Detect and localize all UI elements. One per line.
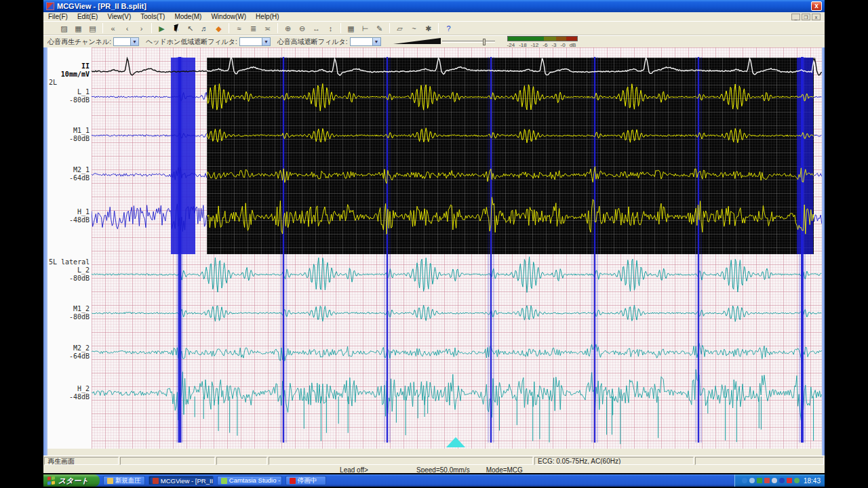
window-title: MCGView - [PR_II B.split]	[57, 2, 146, 10]
start-button-label: スタート	[58, 476, 89, 486]
task-recorder[interactable]: 停画中	[285, 476, 326, 485]
tray-display-icon[interactable]	[764, 478, 770, 483]
menu-help[interactable]: Help(H)	[251, 13, 283, 20]
pointer-icon[interactable]: ↖	[184, 22, 197, 34]
toolbar-separator	[389, 23, 390, 33]
help-icon[interactable]: ?	[442, 22, 455, 34]
settings-icon[interactable]: ✱	[422, 22, 435, 34]
toolbar-separator	[340, 23, 341, 33]
status-cell-empty	[269, 457, 533, 465]
channel-gain-H_1: -48dB	[69, 216, 90, 224]
ecg-lead-label: II	[81, 62, 90, 70]
channel-label-M2_1: M2_1	[73, 166, 90, 174]
desktop: MCGView - [PR_II B.split] x File(F)Edit(…	[43, 0, 825, 488]
audio-toolbar: 心音再生チャンネル: ▼ ヘッドホン低域遮断フィルタ: ▼ 心音高域遮断フィルタ…	[43, 35, 825, 47]
tray-alert-icon[interactable]	[787, 478, 792, 483]
task-label: 停画中	[298, 476, 317, 485]
volume-slider-thumb[interactable]	[483, 39, 486, 45]
menu-edit[interactable]: Edit(E)	[73, 13, 103, 20]
channel-label-M2_2: M2_2	[73, 344, 90, 352]
close-button[interactable]: x	[811, 1, 822, 11]
step-forward-icon[interactable]: ›	[135, 22, 148, 34]
windows-logo-icon	[47, 476, 56, 485]
wave-overlay-icon[interactable]: ≍	[261, 22, 274, 34]
start-button[interactable]: スタート	[43, 474, 100, 487]
channel-label-gutter: II10mm/mV2LL_1-80dBM1_1-80dBM2_1-64dBH_1…	[47, 47, 92, 449]
task-label: Camtasia Studio - 名...	[229, 476, 282, 485]
status-bar-upper: 再生画面 ECG: 0.05-75Hz, AC(60Hz)	[43, 455, 825, 465]
toolbar-separator	[229, 23, 229, 33]
task-label: 新規血圧	[115, 476, 141, 485]
menu-window[interactable]: Window(W)	[206, 13, 251, 20]
zoom-in-icon[interactable]: ⊕	[281, 22, 294, 34]
volume-slider[interactable]	[442, 41, 495, 43]
measure-icon[interactable]: ⊢	[359, 22, 372, 34]
tray-shield-icon[interactable]	[794, 478, 800, 483]
status-cell-empty	[216, 457, 267, 465]
mdi-window-controls: _ ❐ x	[791, 14, 821, 20]
report-icon[interactable]: ▱	[393, 22, 406, 34]
window-right-border	[822, 47, 825, 455]
tray-network-icon[interactable]	[742, 478, 747, 483]
menu-bar: File(F)Edit(E)View(V)Tools(T)Mode(M)Wind…	[43, 12, 825, 21]
tray-update-icon[interactable]	[757, 478, 762, 483]
menu-file[interactable]: File(F)	[43, 13, 73, 20]
menu-tools[interactable]: Tools(T)	[136, 13, 170, 20]
taskbar: スタート 新規血圧MCGView - [PR_II...Camtasia Stu…	[43, 474, 825, 487]
mdi-restore-button[interactable]: ❐	[802, 14, 810, 20]
save-icon[interactable]: ▦	[72, 22, 85, 34]
chevron-down-icon: ▼	[130, 38, 138, 45]
channel-label-H_2: H_2	[77, 385, 90, 393]
annotate-icon[interactable]: ✎	[373, 22, 386, 34]
chevron-down-icon: ▼	[372, 38, 380, 45]
playback-channel-select[interactable]: ▼	[113, 37, 139, 46]
channel-label-H_1: H_1	[77, 208, 90, 216]
channel-label-M1_1: M1_1	[73, 127, 90, 135]
headphone-lowcut-select[interactable]: ▼	[239, 37, 271, 46]
tray-device-icon[interactable]	[779, 478, 785, 483]
playback-channel-label: 心音再生チャンネル:	[47, 37, 111, 47]
headphone-lowcut-label: ヘッドホン低域遮断フィルタ:	[146, 37, 237, 47]
status-cell-empty	[695, 457, 824, 465]
waveform-client-area: II10mm/mV2LL_1-80dBM1_1-80dBM2_1-64dBH_1…	[43, 47, 825, 455]
step-back-icon[interactable]: ‹	[121, 22, 134, 34]
channel-gain-M2_2: -64dB	[69, 352, 90, 361]
tray-language-icon[interactable]	[772, 478, 777, 483]
volume-wedge-icon	[393, 38, 441, 44]
channel-label-L_2: L_2	[77, 266, 90, 274]
level-meter-group: -24-18-12-6-3-0dB	[507, 36, 578, 48]
task-folder[interactable]: 新規血圧	[103, 476, 145, 485]
audio-level-meter	[507, 36, 578, 41]
grid-icon[interactable]: ▦	[344, 22, 357, 34]
wave-single-icon[interactable]: ≈	[233, 22, 245, 34]
fit-vertical-icon[interactable]: ↕	[324, 22, 337, 34]
channel-gain-M2_1: -64dB	[69, 174, 90, 182]
print-icon[interactable]: ▤	[86, 22, 99, 34]
mdi-minimize-button[interactable]: _	[791, 14, 800, 20]
menu-view[interactable]: View(V)	[102, 13, 136, 20]
mode-status: Mode=MCG	[486, 466, 523, 472]
sound-icon[interactable]: ♬	[198, 22, 211, 34]
menu-mode[interactable]: Mode(M)	[170, 13, 206, 20]
highcut-select[interactable]: ▼	[350, 37, 381, 46]
play-icon[interactable]: ▶	[155, 22, 168, 34]
channel-gain-M1_1: -80dB	[69, 135, 90, 143]
zoom-out-icon[interactable]: ⊖	[296, 22, 309, 34]
open-file-icon[interactable]: ▨	[58, 22, 71, 34]
task-mcgview[interactable]: MCGView - [PR_II...	[149, 476, 214, 485]
status-cell-empty	[120, 457, 215, 465]
task-camtasia[interactable]: Camtasia Studio - 名...	[217, 476, 282, 485]
taskbar-clock: 18:43	[804, 477, 821, 485]
waveform-canvas	[92, 47, 822, 449]
toolbar-separator	[102, 23, 103, 33]
waveform-plot[interactable]	[92, 47, 822, 449]
wave-split-icon[interactable]: ≣	[247, 22, 260, 34]
toolbar-separator	[277, 23, 278, 33]
event-marker-icon[interactable]: ◆	[212, 22, 225, 34]
filter-icon[interactable]: ~	[408, 22, 420, 34]
tray-audio-icon[interactable]	[749, 478, 755, 483]
mdi-close-button[interactable]: x	[812, 14, 821, 20]
jump-start-icon[interactable]: «	[106, 22, 119, 34]
task-label: MCGView - [PR_II...	[161, 477, 214, 485]
fit-horizontal-icon[interactable]: ↔	[310, 22, 323, 34]
